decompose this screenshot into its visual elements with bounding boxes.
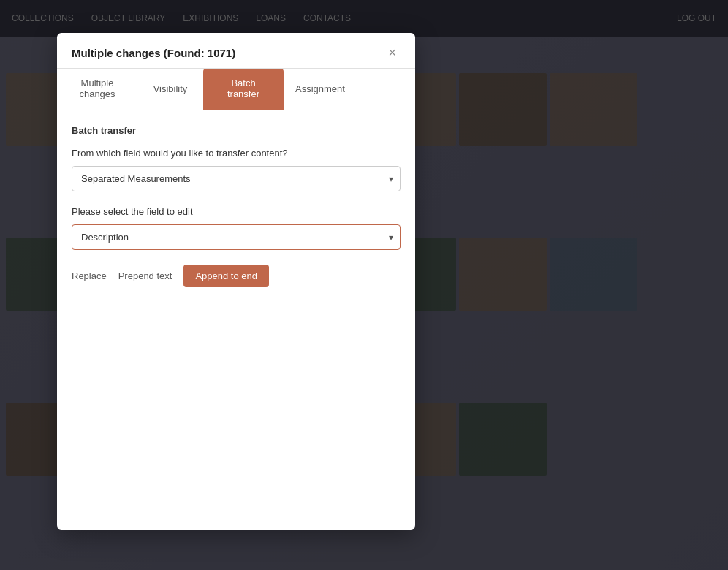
modal-tabs: Multiple changes Visibility Batch transf… bbox=[57, 69, 415, 110]
modal-header: Multiple changes (Found: 1071) × bbox=[57, 33, 415, 69]
to-field-select[interactable]: Description Title Notes Dimensions Mater… bbox=[72, 224, 401, 250]
modal-close-button[interactable]: × bbox=[384, 45, 401, 61]
replace-button[interactable]: Replace bbox=[72, 267, 107, 284]
modal-dialog: Multiple changes (Found: 1071) × Multipl… bbox=[57, 33, 415, 530]
to-field-select-wrapper: Description Title Notes Dimensions Mater… bbox=[72, 224, 401, 250]
from-field-label: From which field would you like to trans… bbox=[72, 148, 401, 159]
tab-batch-transfer[interactable]: Batch transfer bbox=[203, 69, 284, 110]
from-field-select[interactable]: Separated Measurements Dimensions Title … bbox=[72, 166, 401, 191]
tab-assignment[interactable]: Assignment bbox=[284, 69, 357, 110]
prepend-text-button[interactable]: Prepend text bbox=[118, 267, 172, 284]
section-title: Batch transfer bbox=[72, 125, 401, 136]
action-buttons-row: Replace Prepend text Append to end bbox=[72, 265, 401, 287]
append-to-end-button[interactable]: Append to end bbox=[183, 265, 269, 287]
modal-title: Multiple changes (Found: 1071) bbox=[72, 47, 235, 59]
to-field-label: Please select the field to edit bbox=[72, 206, 401, 217]
tab-visibility[interactable]: Visibility bbox=[137, 69, 203, 110]
from-field-select-wrapper: Separated Measurements Dimensions Title … bbox=[72, 166, 401, 191]
modal-body: Batch transfer From which field would yo… bbox=[57, 110, 415, 530]
tab-multiple-changes[interactable]: Multiple changes bbox=[57, 69, 137, 110]
modal-backdrop: Multiple changes (Found: 1071) × Multipl… bbox=[0, 0, 728, 570]
